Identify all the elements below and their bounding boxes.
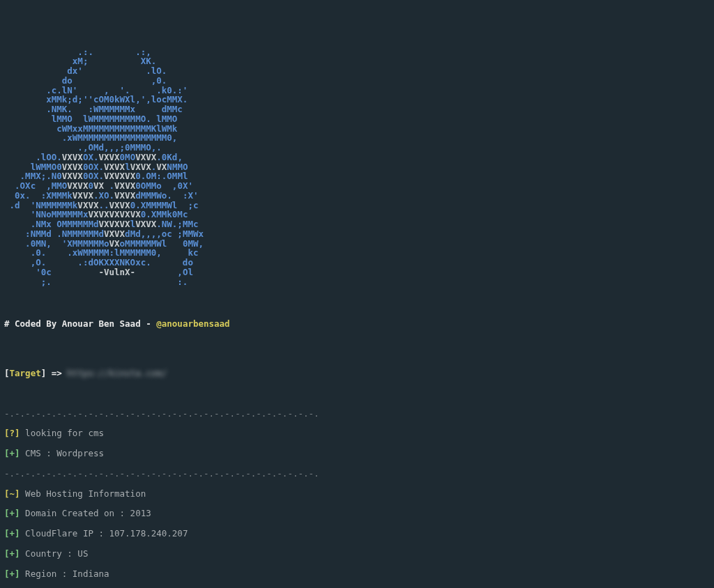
credit-line: # Coded By Anouar Ben Saad - @anouarbens… xyxy=(4,319,710,329)
divider: -.-.-.-.-.-.-.-.-.-.-.-.-.-.-.-.-.-.-.-.… xyxy=(4,409,710,419)
looking-for-cms: looking for cms xyxy=(25,428,104,438)
cms-detected: CMS : Wordpress xyxy=(25,448,104,458)
target-line: [Target] => https://kinsta.com/ xyxy=(4,369,710,378)
section-hosting: Web Hosting Information xyxy=(25,488,146,499)
ascii-art-logo: .:. .:, xM; XK. dx' .lO. do ,0. .c.lN' ,… xyxy=(4,47,710,287)
target-url: https://kinsta.com/ xyxy=(67,368,167,378)
author-handle: @anouarbensaad xyxy=(156,318,229,329)
